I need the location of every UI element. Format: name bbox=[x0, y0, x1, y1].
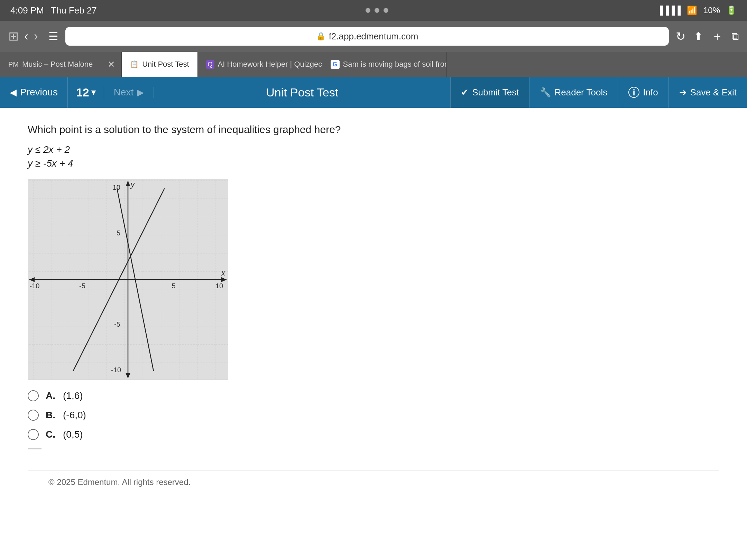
question-number: 12 bbox=[76, 86, 89, 99]
wrench-icon: 🔧 bbox=[540, 87, 551, 98]
value-a: (1,6) bbox=[63, 390, 83, 401]
forward-icon[interactable]: › bbox=[34, 29, 38, 44]
next-arrow-icon: ▶ bbox=[137, 87, 144, 98]
exit-icon: ➜ bbox=[679, 87, 687, 98]
browser-right-icons: ↻ ⬆ ＋ ⧉ bbox=[676, 28, 739, 44]
content-area: Which point is a solution to the system … bbox=[0, 108, 747, 508]
tab-bar: PM Music – Post Malone ✕ 📋 Unit Post Tes… bbox=[0, 52, 747, 77]
dropdown-arrow-icon: ▾ bbox=[91, 87, 95, 97]
test-title-text: Unit Post Test bbox=[266, 86, 338, 99]
label-c: C. bbox=[46, 429, 56, 440]
tab-music-icon: PM bbox=[8, 60, 19, 68]
answers-container: A. (1,6) B. (-6,0) C. (0,5) bbox=[28, 390, 719, 449]
lock-icon: 🔒 bbox=[316, 32, 325, 41]
submit-test-button[interactable]: ✔ Submit Test bbox=[450, 77, 529, 108]
footer: © 2025 Edmentum. All rights reserved. bbox=[28, 470, 719, 494]
svg-text:5: 5 bbox=[117, 229, 120, 237]
submit-label: Submit Test bbox=[472, 87, 519, 98]
signal-icon: ▐▐▐▐ bbox=[657, 6, 681, 15]
status-dot1 bbox=[366, 8, 370, 13]
svg-text:10: 10 bbox=[215, 282, 223, 290]
prev-label: Previous bbox=[20, 87, 58, 98]
reader-tools-button[interactable]: 🔧 Reader Tools bbox=[529, 77, 618, 108]
value-c: (0,5) bbox=[63, 429, 83, 440]
close-x-icon[interactable]: ✕ bbox=[108, 59, 115, 70]
next-button[interactable]: Next ▶ bbox=[104, 87, 154, 98]
partial-answer-indicator bbox=[28, 448, 42, 449]
reader-tools-label: Reader Tools bbox=[554, 87, 607, 98]
info-button[interactable]: i Info bbox=[618, 77, 668, 108]
tab-sam-label: Sam is moving bags of soil from... bbox=[343, 60, 447, 69]
radio-b[interactable] bbox=[28, 410, 39, 421]
nav-right-buttons: ✔ Submit Test 🔧 Reader Tools i Info ➜ Sa… bbox=[450, 77, 747, 108]
tab-unit-test[interactable]: 📋 Unit Post Test bbox=[122, 52, 197, 77]
radio-c[interactable] bbox=[28, 429, 39, 440]
inequality-1: y ≤ 2x + 2 bbox=[28, 144, 719, 155]
submit-check-icon: ✔ bbox=[461, 87, 469, 98]
tab-ai-helper[interactable]: Q AI Homework Helper | Quizgecko bbox=[198, 52, 322, 77]
battery-icon: 🔋 bbox=[726, 6, 737, 15]
question-prompt: Which point is a solution to the system … bbox=[28, 122, 719, 137]
nav-bar: ◀ Previous 12 ▾ Next ▶ Unit Post Test ✔ … bbox=[0, 77, 747, 108]
save-exit-label: Save & Exit bbox=[690, 87, 737, 98]
inequality-graph: x y -10 -5 5 10 10 5 -5 -10 bbox=[28, 179, 228, 380]
svg-text:-10: -10 bbox=[111, 366, 121, 374]
status-date: Thu Feb 27 bbox=[51, 5, 97, 16]
answer-c[interactable]: C. (0,5) bbox=[28, 429, 719, 440]
copyright-text: © 2025 Edmentum. All rights reserved. bbox=[48, 477, 191, 487]
value-b: (-6,0) bbox=[63, 410, 86, 421]
tab-close-btn[interactable]: ✕ bbox=[101, 52, 122, 77]
status-center bbox=[366, 8, 388, 13]
tab-music[interactable]: PM Music – Post Malone bbox=[0, 52, 101, 77]
browser-nav-icons: ⊞ ‹ › bbox=[8, 29, 38, 44]
info-label: Info bbox=[643, 87, 658, 98]
url-text: f2.app.edmentum.com bbox=[329, 31, 418, 42]
battery-level: 10% bbox=[703, 6, 720, 15]
share-icon[interactable]: ⬆ bbox=[694, 30, 703, 43]
reader-mode-icon[interactable]: ☰ bbox=[48, 30, 58, 43]
tab-sam-icon: G bbox=[331, 60, 340, 69]
svg-text:10: 10 bbox=[113, 184, 120, 191]
svg-text:-5: -5 bbox=[114, 320, 120, 328]
svg-text:5: 5 bbox=[172, 282, 175, 290]
status-right: ▐▐▐▐ 📶 10% 🔋 bbox=[657, 6, 737, 15]
refresh-icon[interactable]: ↻ bbox=[676, 29, 685, 43]
question-number-dropdown[interactable]: 12 ▾ bbox=[68, 86, 104, 99]
label-b: B. bbox=[46, 410, 56, 421]
sidebar-toggle-icon[interactable]: ⊞ bbox=[8, 29, 19, 44]
answer-b[interactable]: B. (-6,0) bbox=[28, 410, 719, 421]
wifi-icon: 📶 bbox=[687, 6, 697, 15]
svg-text:x: x bbox=[221, 269, 225, 277]
tab-music-label: Music – Post Malone bbox=[22, 60, 93, 69]
prev-arrow-icon: ◀ bbox=[10, 87, 17, 98]
svg-text:y: y bbox=[130, 180, 135, 189]
tab-test-icon: 📋 bbox=[130, 60, 139, 68]
status-bar: 4:09 PM Thu Feb 27 ▐▐▐▐ 📶 10% 🔋 bbox=[0, 0, 747, 21]
status-time: 4:09 PM bbox=[10, 5, 44, 16]
url-bar[interactable]: 🔒 f2.app.edmentum.com bbox=[65, 27, 669, 46]
answer-a[interactable]: A. (1,6) bbox=[28, 390, 719, 401]
inequality-2: y ≥ -5x + 4 bbox=[28, 158, 719, 169]
next-label: Next bbox=[114, 87, 134, 98]
tab-ai-icon: Q bbox=[206, 60, 214, 69]
save-exit-button[interactable]: ➜ Save & Exit bbox=[668, 77, 747, 108]
svg-text:-10: -10 bbox=[30, 282, 40, 290]
graph-container: x y -10 -5 5 10 10 5 -5 -10 bbox=[28, 179, 228, 380]
tab-ai-label: AI Homework Helper | Quizgecko bbox=[218, 60, 322, 69]
tab-sam[interactable]: G Sam is moving bags of soil from... bbox=[322, 52, 447, 77]
browser-chrome: ⊞ ‹ › ☰ 🔒 f2.app.edmentum.com ↻ ⬆ ＋ ⧉ bbox=[0, 21, 747, 52]
info-icon: i bbox=[628, 87, 639, 98]
tab-test-label: Unit Post Test bbox=[142, 60, 189, 69]
back-icon[interactable]: ‹ bbox=[24, 29, 28, 44]
new-tab-icon[interactable]: ＋ bbox=[711, 28, 723, 44]
tabs-icon[interactable]: ⧉ bbox=[731, 30, 739, 43]
radio-a[interactable] bbox=[28, 390, 39, 401]
svg-text:-5: -5 bbox=[79, 282, 85, 290]
status-dot3 bbox=[384, 8, 388, 13]
label-a: A. bbox=[46, 390, 56, 401]
status-left: 4:09 PM Thu Feb 27 bbox=[10, 5, 97, 16]
test-title: Unit Post Test bbox=[154, 86, 450, 99]
status-dot2 bbox=[375, 8, 379, 13]
prev-button[interactable]: ◀ Previous bbox=[0, 77, 68, 108]
